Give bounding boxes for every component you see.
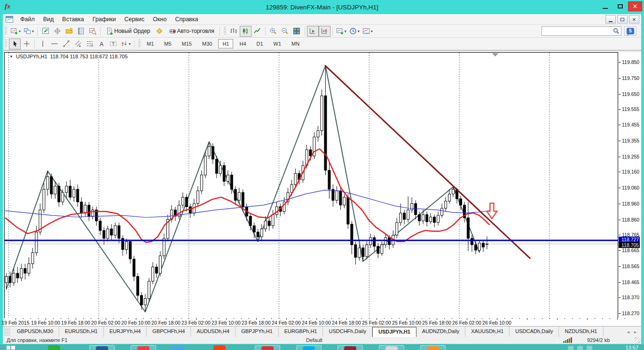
menu-item-5[interactable]: Сервис — [120, 15, 149, 24]
notifications-button[interactable]: 5 — [624, 26, 636, 36]
tile-windows-button[interactable] — [291, 26, 303, 37]
indicators-icon — [336, 27, 344, 35]
auto-scroll-button[interactable] — [307, 26, 319, 37]
timeframe-d1-button[interactable]: D1 — [252, 39, 267, 48]
chart-tab-gbpchfh[interactable]: GBPCHFh,H4 — [147, 326, 191, 337]
tabs-scroll-left-button[interactable]: ◂ — [625, 329, 631, 335]
strategy-tester-button[interactable] — [86, 26, 98, 37]
resize-grip[interactable] — [635, 337, 641, 343]
new-order-button[interactable]: Новый Ордер — [102, 26, 153, 37]
bar-chart-button[interactable] — [228, 26, 240, 37]
toolbar-grip[interactable] — [138, 40, 141, 48]
menu-item-1[interactable]: Файл — [16, 15, 39, 24]
equidistant-channel-tool-button[interactable]: E — [72, 39, 84, 49]
menu-item-3[interactable]: Вставка — [58, 15, 88, 24]
menu-item-6[interactable]: Окно — [149, 15, 171, 24]
trend-line-tool-button[interactable] — [60, 39, 72, 49]
mdi-minimize-button[interactable] — [605, 15, 616, 24]
new-chart-button[interactable]: ▾ — [9, 26, 22, 37]
timeframe-m30-button[interactable]: M30 — [198, 39, 216, 48]
taskbar-app-chrome-icon[interactable] — [131, 345, 156, 350]
vertical-line-tool-button[interactable] — [37, 39, 48, 49]
chart-tab-audnzdh[interactable]: AUDNZDh,Daily — [416, 326, 465, 337]
tabs-scroll-right-button[interactable]: ▸ — [632, 329, 638, 335]
text-label-tool-button[interactable]: T — [107, 39, 119, 49]
chart-tab-nzdusdh[interactable]: NZDUSDh,H1 — [559, 326, 603, 337]
time-axis[interactable]: 19 Feb 201519 Feb 10:0019 Feb 18:0020 Fe… — [3, 318, 641, 326]
timeframe-h1-button[interactable]: H1 — [218, 39, 233, 48]
zoom-in-button[interactable] — [267, 26, 279, 37]
timeframe-m1-button[interactable]: M1 — [142, 39, 158, 48]
search-input[interactable] — [542, 27, 613, 35]
timeframe-m5-button[interactable]: M5 — [160, 39, 175, 48]
chart-tab-usdcadh[interactable]: USDCADh,Daily — [510, 326, 559, 337]
taskbar-app-app-red-x-icon[interactable] — [255, 345, 280, 350]
taskbar-clock[interactable]: 13:57 — [625, 345, 638, 350]
cursor-tool-button[interactable] — [9, 39, 21, 49]
periods-button[interactable]: ▾ — [348, 26, 361, 37]
text-tool-icon: A — [98, 40, 105, 48]
taskbar-app-app-orange-icon[interactable] — [420, 345, 446, 350]
data-window-button[interactable] — [51, 26, 63, 37]
search-icon[interactable] — [613, 28, 620, 34]
close-button[interactable]: ✕ — [628, 1, 642, 11]
toolbar-grip[interactable] — [224, 27, 226, 35]
chart-tab-usdchfh[interactable]: USDCHFh,Daily — [323, 326, 372, 337]
toolbar-grip[interactable] — [5, 27, 7, 35]
taskbar-app-windows-start-icon[interactable] — [7, 346, 15, 350]
fibonacci-tool-button[interactable]: F — [84, 39, 95, 49]
chart-tab-usdjpyh[interactable]: USDJPYh,H1 — [372, 327, 416, 337]
chart-header[interactable]: ▼ USDJPYh,H1 118.704 118.753 118.672 118… — [9, 54, 128, 59]
line-chart-button[interactable] — [251, 26, 263, 37]
taskbar-app-app-blue-icon[interactable] — [172, 345, 184, 350]
chart-tab-xauusdh[interactable]: XAUUSDh,H1 — [465, 326, 510, 337]
templates-button[interactable]: ▾ — [361, 26, 374, 37]
taskbar-app-app-dark-red-icon[interactable] — [338, 345, 363, 350]
autotrading-button[interactable]: Авто-торговля — [165, 26, 218, 37]
metaeditor-button[interactable] — [154, 26, 165, 37]
menu-item-7[interactable]: Справка — [171, 15, 202, 24]
price-chart-canvas[interactable] — [4, 52, 618, 318]
candlestick-chart-button[interactable] — [240, 26, 251, 37]
maximize-button[interactable] — [613, 1, 627, 11]
chart-tab-gbpjpyh[interactable]: GBPJPYh,H1 — [236, 326, 279, 337]
profiles-button[interactable]: ▾ — [22, 26, 35, 37]
toolbar-grip[interactable] — [5, 40, 7, 48]
chart-tab-eurjpyh[interactable]: EURJPYh,H4 — [104, 326, 147, 337]
timeframe-h4-button[interactable]: H4 — [235, 39, 250, 48]
menu-item-4[interactable]: Графики — [88, 15, 120, 24]
windows-taskbar[interactable]: 13:57 — [0, 344, 644, 350]
tray-icon[interactable] — [577, 346, 583, 350]
window-titlebar[interactable]: fx 129859: DivenFX-Main - [USDJPYh,H1] ✕ — [0, 0, 644, 14]
taskbar-app-app-light-icon[interactable] — [379, 345, 404, 350]
chart-tab-gbpusdh[interactable]: GBPUSDh,M30 — [11, 326, 59, 337]
price-axis[interactable]: 118.727 118.705 119.850119.750119.650119… — [619, 52, 641, 318]
arrows-tool-button[interactable]: ▾ — [119, 39, 132, 49]
timeframe-mn-button[interactable]: MN — [287, 39, 304, 48]
indicators-button[interactable]: ▾ — [335, 26, 348, 37]
market-watch-button[interactable] — [39, 26, 51, 37]
crosshair-tool-button[interactable] — [21, 39, 32, 49]
chart-shift-button[interactable] — [319, 26, 330, 37]
mdi-restore-button[interactable] — [617, 15, 628, 24]
mdi-close-button[interactable]: ✕ — [629, 15, 639, 24]
tray-icon[interactable] — [568, 346, 573, 350]
terminal-button[interactable] — [75, 26, 86, 37]
chart-tab-eurgbph[interactable]: EURGBPh,H1 — [279, 326, 323, 337]
timeframe-m15-button[interactable]: M15 — [178, 39, 196, 48]
chart-tab-eurusdh[interactable]: EURUSDh,H1 — [59, 326, 104, 337]
chart-tab-audusdh[interactable]: AUDUSDh,H4 — [191, 326, 236, 337]
minimize-button[interactable] — [598, 1, 612, 11]
text-tool-button[interactable]: A — [95, 39, 107, 49]
taskbar-app-word-blue-icon[interactable] — [89, 345, 115, 350]
zoom-out-button[interactable] — [279, 26, 291, 37]
timeframe-w1-button[interactable]: W1 — [269, 39, 286, 48]
navigator-button[interactable] — [63, 26, 75, 37]
status-profile-label[interactable]: Default — [306, 337, 322, 343]
taskbar-app-skype-icon[interactable] — [296, 345, 322, 350]
menu-item-2[interactable]: Вид — [39, 15, 58, 24]
taskbar-app-yandex-red-icon[interactable] — [213, 345, 226, 350]
tray-icon[interactable] — [587, 346, 592, 350]
taskbar-app-app-store-green-icon[interactable] — [48, 345, 60, 350]
horizontal-line-tool-button[interactable] — [48, 39, 60, 49]
